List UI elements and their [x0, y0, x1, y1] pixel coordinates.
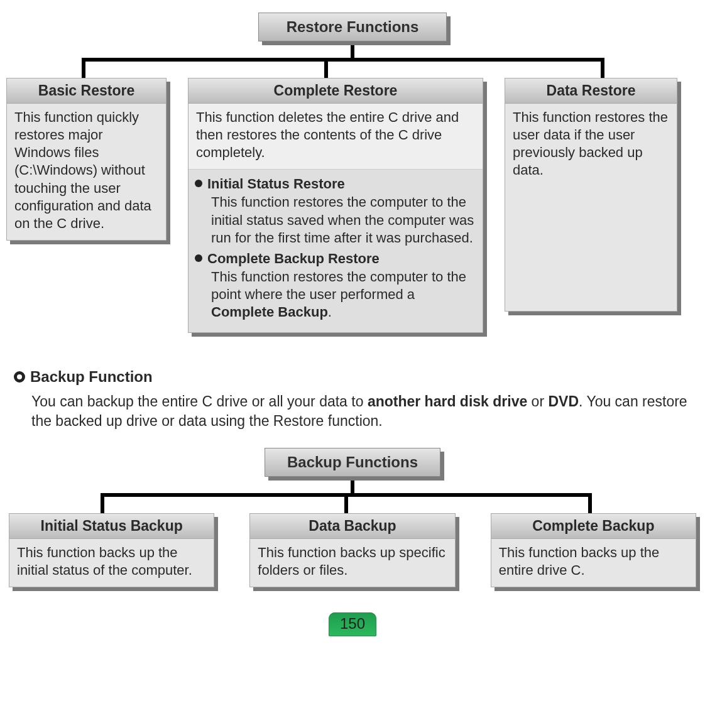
page-number: 150 — [329, 612, 376, 636]
card-body: This function backs up the entire drive … — [491, 539, 696, 587]
section-paragraph: You can backup the entire C drive or all… — [31, 392, 687, 430]
card-complete-restore: Complete Restore This function deletes t… — [188, 78, 483, 333]
restore-diagram: Restore Functions Basic Restore This fun… — [6, 13, 699, 333]
sub-list: Initial Status Restore This function res… — [189, 169, 483, 332]
card-body: This function quickly restores major Win… — [7, 104, 166, 240]
card-data-backup: Data Backup This function backs up speci… — [249, 513, 455, 587]
backup-diagram: Backup Functions Initial Status Backup T… — [6, 448, 699, 587]
list-item: Initial Status Restore — [195, 176, 476, 192]
connector-line — [351, 41, 354, 58]
heading-text: Backup Function — [30, 368, 153, 386]
text: This function restores the computer to t… — [211, 269, 466, 302]
text: . — [328, 304, 332, 320]
sub-title: Initial Status Restore — [207, 176, 345, 192]
card-title: Complete Backup — [491, 514, 696, 539]
connector-hbar — [82, 58, 604, 62]
card-title: Basic Restore — [7, 79, 166, 104]
sub-title: Complete Backup Restore — [207, 251, 380, 267]
text-bold: DVD — [548, 393, 579, 410]
card-initial-status-backup: Initial Status Backup This function back… — [9, 513, 214, 587]
sub-desc: This function restores the computer to t… — [211, 193, 476, 246]
card-title: Data Backup — [250, 514, 454, 539]
bullet-icon — [195, 254, 202, 262]
sub-desc: This function restores the computer to t… — [211, 268, 476, 321]
card-title: Data Restore — [505, 79, 677, 104]
disc-icon — [14, 371, 25, 383]
card-body: This function backs up specific folders … — [250, 539, 454, 587]
text-bold: another hard disk drive — [368, 393, 527, 410]
card-complete-backup: Complete Backup This function backs up t… — [491, 513, 696, 587]
text: You can backup the entire C drive or all… — [31, 393, 368, 410]
backup-root-box: Backup Functions — [265, 448, 440, 477]
card-body: This function backs up the initial statu… — [9, 539, 214, 587]
card-body: This function restores the user data if … — [505, 104, 677, 311]
connector-line — [351, 477, 354, 493]
section-heading-backup-function: Backup Function — [14, 368, 699, 386]
card-data-restore: Data Restore This function restores the … — [505, 78, 677, 312]
bullet-icon — [195, 180, 202, 187]
card-basic-restore: Basic Restore This function quickly rest… — [6, 78, 167, 241]
card-title: Complete Restore — [189, 79, 483, 104]
restore-root-box: Restore Functions — [258, 13, 447, 41]
connector-hbar — [101, 493, 592, 497]
text: or — [527, 393, 548, 410]
text-bold: Complete Backup — [211, 304, 328, 320]
card-body: This function deletes the entire C drive… — [189, 104, 483, 169]
card-title: Initial Status Backup — [9, 514, 214, 539]
list-item: Complete Backup Restore — [195, 251, 476, 267]
